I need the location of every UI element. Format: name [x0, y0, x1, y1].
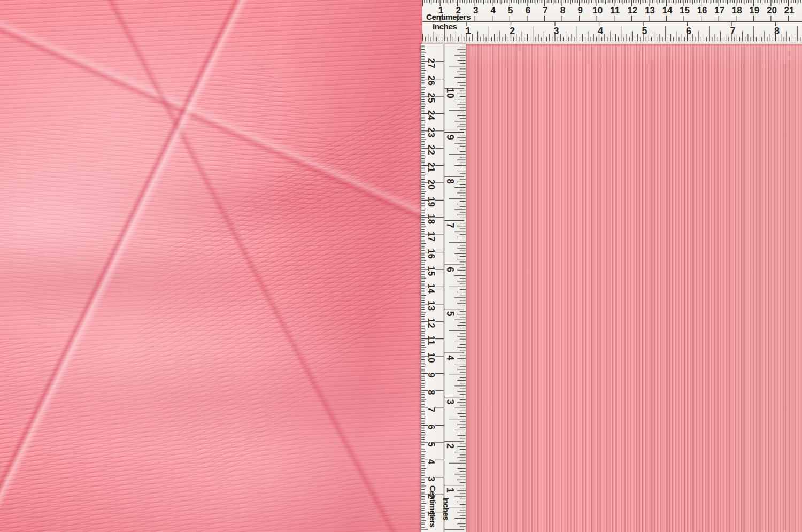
- horizontal-ruler-scale: 1234567891011121314151617181920211234567…: [422, 0, 802, 44]
- svg-text:4: 4: [491, 5, 496, 16]
- svg-text:17: 17: [714, 5, 724, 16]
- svg-text:3: 3: [553, 26, 559, 36]
- horizontal-inches-label: Inches: [433, 22, 457, 31]
- vertical-inches-label: Inches: [442, 497, 450, 520]
- svg-text:8: 8: [560, 5, 565, 16]
- svg-text:6: 6: [445, 267, 456, 272]
- horizontal-ruler: 1234567891011121314151617181920211234567…: [422, 0, 802, 44]
- svg-text:24: 24: [426, 110, 436, 120]
- svg-text:8: 8: [445, 179, 456, 184]
- svg-text:7: 7: [730, 26, 735, 36]
- svg-text:16: 16: [697, 5, 707, 16]
- svg-text:21: 21: [426, 162, 436, 172]
- draped-fabric: [0, 0, 422, 532]
- svg-text:10: 10: [445, 88, 456, 98]
- fabric-fold-shading: [0, 0, 422, 532]
- svg-text:19: 19: [749, 5, 759, 16]
- vertical-ruler-scale: 1234567891011121314151617181920212223242…: [421, 44, 466, 532]
- svg-text:8: 8: [774, 26, 780, 36]
- svg-text:5: 5: [426, 442, 436, 446]
- svg-text:10: 10: [426, 353, 436, 363]
- svg-text:3: 3: [426, 476, 436, 481]
- svg-text:13: 13: [426, 300, 436, 311]
- svg-text:11: 11: [426, 336, 436, 345]
- svg-text:10: 10: [592, 5, 603, 16]
- svg-text:9: 9: [445, 135, 456, 140]
- svg-text:18: 18: [732, 5, 742, 16]
- svg-text:25: 25: [426, 93, 436, 103]
- svg-text:12: 12: [426, 318, 436, 328]
- svg-text:5: 5: [508, 5, 513, 16]
- svg-text:4: 4: [445, 355, 456, 360]
- svg-text:8: 8: [426, 390, 436, 395]
- svg-text:3: 3: [473, 5, 478, 16]
- svg-text:26: 26: [426, 75, 436, 86]
- svg-text:20: 20: [767, 5, 777, 16]
- svg-text:2: 2: [445, 443, 456, 449]
- svg-text:6: 6: [526, 5, 530, 16]
- svg-text:18: 18: [426, 214, 436, 224]
- svg-text:7: 7: [426, 407, 436, 412]
- svg-text:22: 22: [426, 145, 436, 155]
- svg-text:27: 27: [426, 58, 436, 68]
- svg-text:1: 1: [465, 26, 471, 36]
- svg-text:12: 12: [627, 5, 637, 16]
- fabric-photo: 1234567891011121314151617181920211234567…: [0, 0, 802, 532]
- svg-text:7: 7: [543, 5, 547, 16]
- svg-text:3: 3: [445, 399, 456, 405]
- svg-text:13: 13: [645, 5, 655, 16]
- flat-fabric-swatch: [466, 42, 802, 532]
- svg-text:9: 9: [577, 5, 582, 16]
- svg-text:6: 6: [426, 425, 436, 429]
- svg-text:15: 15: [680, 5, 690, 16]
- svg-text:4: 4: [426, 459, 436, 465]
- svg-text:16: 16: [426, 249, 436, 259]
- svg-text:7: 7: [445, 223, 456, 228]
- svg-text:5: 5: [642, 26, 647, 36]
- svg-text:4: 4: [598, 26, 603, 36]
- svg-text:14: 14: [426, 283, 436, 294]
- vertical-centimeters-label: Centimeters: [429, 485, 437, 527]
- svg-text:14: 14: [662, 5, 673, 16]
- horizontal-centimeters-label: Centimeters: [426, 13, 471, 21]
- svg-text:1: 1: [445, 488, 456, 493]
- svg-text:23: 23: [426, 127, 436, 137]
- svg-text:17: 17: [426, 232, 436, 242]
- svg-text:6: 6: [686, 26, 691, 36]
- svg-text:19: 19: [426, 197, 436, 207]
- svg-text:11: 11: [610, 5, 620, 16]
- vertical-ruler: 1234567891011121314151617181920212223242…: [421, 44, 466, 532]
- svg-text:20: 20: [426, 180, 436, 190]
- svg-text:2: 2: [510, 26, 515, 36]
- svg-text:15: 15: [426, 266, 436, 276]
- svg-text:9: 9: [426, 373, 436, 377]
- svg-text:5: 5: [445, 311, 456, 317]
- svg-text:21: 21: [784, 5, 795, 16]
